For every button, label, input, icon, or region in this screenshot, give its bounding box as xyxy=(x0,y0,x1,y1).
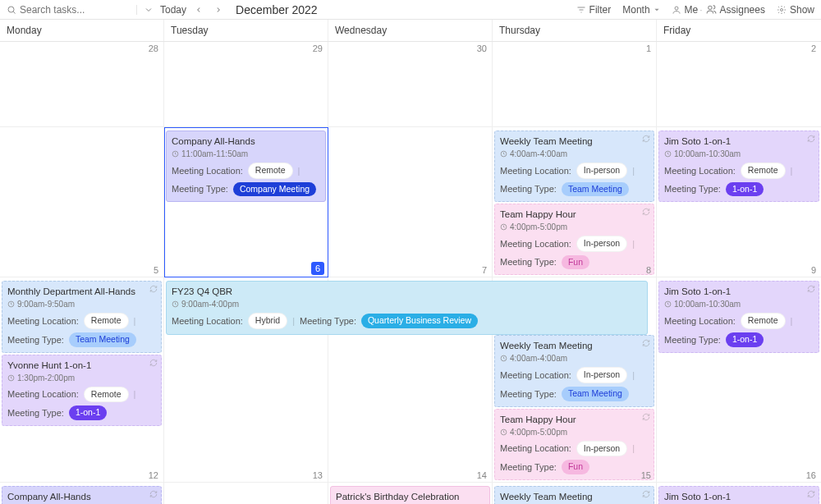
day-cell[interactable]: 2 xyxy=(657,42,821,127)
event-card[interactable]: Patrick's Birthday Celebration 12:00pm-1… xyxy=(330,486,490,504)
recurring-icon xyxy=(642,208,650,216)
svg-point-2 xyxy=(708,6,711,9)
clock-icon xyxy=(172,300,179,308)
day-cell[interactable]: Jim Soto 1-on-1 10:00am-10:30am Meeting … xyxy=(657,483,821,504)
event-title: Team Happy Hour xyxy=(500,414,649,426)
gear-icon xyxy=(777,5,787,15)
day-cell[interactable]: 1 xyxy=(493,42,657,127)
date-number: 7 xyxy=(482,265,487,275)
event-card[interactable]: Weekly Team Meeting 4:00am-4:00am Meetin… xyxy=(494,335,654,406)
date-number: 29 xyxy=(313,44,323,53)
event-title: Monthly Department All-Hands xyxy=(7,286,156,298)
recurring-icon xyxy=(149,490,158,498)
today-button[interactable]: Today xyxy=(160,4,186,16)
recurring-icon xyxy=(149,359,158,367)
clock-icon xyxy=(7,374,15,382)
day-cell[interactable]: Company All-Hands 11:00am-12:00am Meetin… xyxy=(0,483,164,504)
location-chip: Remote xyxy=(248,163,293,179)
day-header: Friday xyxy=(657,20,821,41)
event-card[interactable]: Team Happy Hour 4:00pm-5:00pm Meeting Lo… xyxy=(494,409,654,480)
event-card[interactable]: Jim Soto 1-on-1 10:00am-10:30am Meeting … xyxy=(658,281,819,352)
users-icon xyxy=(706,4,717,15)
event-title: Weekly Team Meeting xyxy=(500,340,649,352)
day-cell[interactable]: Weekly Team Meeting 4:00am-4:00am Meetin… xyxy=(493,483,657,504)
filter-button[interactable]: Filter xyxy=(576,4,612,16)
clock-icon xyxy=(172,150,179,158)
day-cell[interactable] xyxy=(164,483,328,504)
caret-down-icon xyxy=(654,7,660,13)
date-number: 8 xyxy=(646,265,651,275)
date-number: 2 xyxy=(811,44,816,53)
me-button[interactable]: Me xyxy=(672,4,699,16)
date-number: 14 xyxy=(477,470,487,480)
clock-icon xyxy=(500,355,507,362)
date-number: 6 xyxy=(311,262,324,275)
event-card[interactable]: Company All-Hands 11:00am-11:50am Meetin… xyxy=(166,131,326,202)
prev-month-button[interactable] xyxy=(191,6,206,14)
day-header: Monday xyxy=(0,20,164,41)
date-number: 12 xyxy=(149,470,158,480)
date-number: 1 xyxy=(646,44,651,53)
event-title: FY23 Q4 QBR xyxy=(172,286,642,298)
day-cell[interactable]: Jim Soto 1-on-1 10:00am-10:30am Meeting … xyxy=(657,127,821,277)
event-card[interactable]: Jim Soto 1-on-1 10:00am-10:30am Meeting … xyxy=(658,486,819,504)
search-icon xyxy=(7,5,16,15)
event-title: Patrick's Birthday Celebration xyxy=(336,491,484,503)
day-cell[interactable]: 30 xyxy=(328,42,493,127)
recurring-icon xyxy=(807,135,815,143)
type-label: Meeting Type: xyxy=(172,183,228,195)
recurring-icon xyxy=(642,490,650,498)
day-cell[interactable]: Jim Soto 1-on-1 10:00am-10:30am Meeting … xyxy=(657,277,821,482)
event-title: Company All-Hands xyxy=(172,135,320,148)
clock-icon xyxy=(664,300,672,308)
user-icon xyxy=(672,5,681,15)
event-title: Company All-Hands xyxy=(7,491,156,503)
event-title: Team Happy Hour xyxy=(500,208,649,221)
search-input[interactable] xyxy=(20,4,102,16)
svg-point-1 xyxy=(675,7,678,10)
recurring-icon xyxy=(149,285,158,293)
event-card[interactable]: Company All-Hands 11:00am-12:00am Meetin… xyxy=(2,486,162,504)
day-cell[interactable]: 29 xyxy=(164,42,328,127)
assignees-button[interactable]: Assignees xyxy=(706,4,765,16)
day-cell[interactable]: Company All-Hands 11:00am-11:50am Meetin… xyxy=(164,127,328,277)
location-label: Meeting Location: xyxy=(172,165,243,176)
search-chevron-icon[interactable] xyxy=(144,5,154,15)
day-cell[interactable]: FY23 Q4 QBR 9:00am-4:00pm Meeting Locati… xyxy=(164,277,328,482)
show-button[interactable]: Show xyxy=(777,4,814,16)
recurring-icon xyxy=(642,339,650,347)
next-month-button[interactable] xyxy=(211,6,226,14)
day-cell[interactable]: 5 xyxy=(0,127,164,277)
clock-icon xyxy=(500,223,507,231)
view-dropdown[interactable]: Month xyxy=(622,4,659,16)
event-card[interactable]: Monthly Department All-Hands 9:00am-9:50… xyxy=(2,281,162,352)
date-number: 9 xyxy=(811,265,816,275)
day-cell[interactable]: 28 xyxy=(0,42,164,127)
day-cell[interactable]: Weekly Team Meeting 4:00am-4:00am Meetin… xyxy=(493,127,657,277)
event-card[interactable]: Team Happy Hour 4:00pm-5:00pm Meeting Lo… xyxy=(494,204,654,275)
date-number: 28 xyxy=(149,44,158,53)
event-title: Jim Soto 1-on-1 xyxy=(664,491,814,503)
event-card[interactable]: Jim Soto 1-on-1 10:00am-10:30am Meeting … xyxy=(658,131,819,202)
day-header: Tuesday xyxy=(164,20,328,41)
day-cell[interactable]: Monthly Department All-Hands 9:00am-9:50… xyxy=(0,277,164,482)
event-title: Weekly Team Meeting xyxy=(500,135,649,148)
day-cell[interactable]: Patrick's Birthday Celebration 12:00pm-1… xyxy=(328,483,493,504)
event-card[interactable]: Weekly Team Meeting 4:00am-4:00am Meetin… xyxy=(494,131,654,202)
recurring-icon xyxy=(807,285,815,293)
recurring-icon xyxy=(642,135,650,143)
svg-point-0 xyxy=(8,7,14,12)
event-card[interactable]: Weekly Team Meeting 4:00am-4:00am Meetin… xyxy=(494,486,654,504)
event-title: Weekly Team Meeting xyxy=(500,491,649,503)
event-card[interactable]: FY23 Q4 QBR 9:00am-4:00pm Meeting Locati… xyxy=(166,281,648,335)
type-chip: Company Meeting xyxy=(233,182,316,197)
day-cell[interactable]: 7 xyxy=(328,127,493,277)
event-card[interactable]: Yvonne Hunt 1-on-1 1:30pm-2:00pm Meeting… xyxy=(2,355,162,426)
event-title: Jim Soto 1-on-1 xyxy=(664,286,814,298)
clock-icon xyxy=(500,428,507,436)
date-number: 13 xyxy=(313,470,323,480)
clock-icon xyxy=(7,300,15,308)
clock-icon xyxy=(664,150,672,158)
clock-icon xyxy=(500,150,507,158)
filter-icon xyxy=(576,5,586,15)
